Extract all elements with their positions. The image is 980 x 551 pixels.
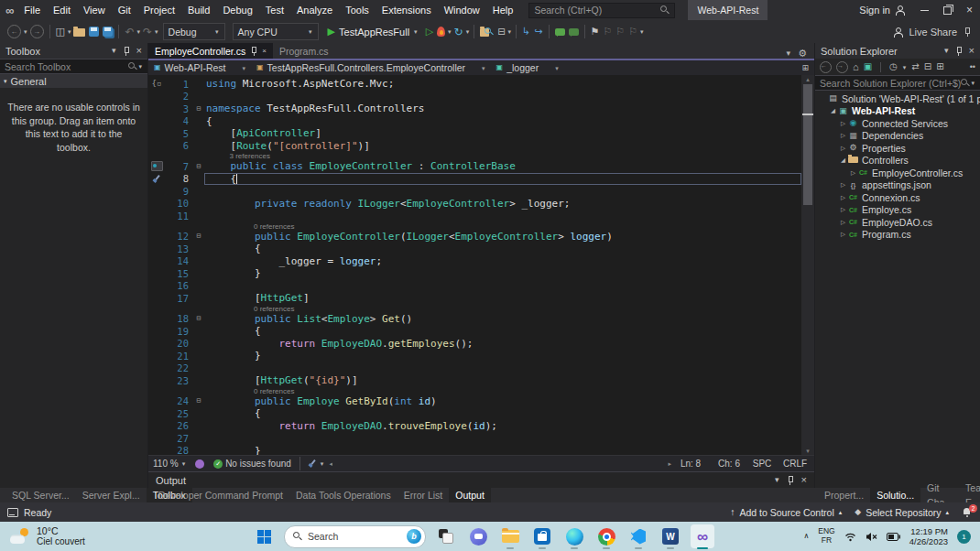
code-line-23[interactable]: 23 [HttpGet("{id}")] — [148, 374, 801, 387]
fold-indicator[interactable]: ⊟ — [193, 232, 204, 240]
save-icon[interactable] — [89, 27, 99, 37]
start-button[interactable] — [252, 524, 276, 548]
code-line-16[interactable]: 16 — [148, 280, 801, 293]
wifi-icon[interactable] — [844, 532, 856, 542]
live-unit-caret-icon[interactable]: ▾ — [508, 28, 512, 35]
new-project-icon[interactable]: ◫ — [56, 27, 65, 37]
back-icon[interactable]: ← — [820, 61, 832, 73]
window-position-caret-icon[interactable]: ▾ — [944, 47, 949, 55]
minimize-button[interactable] — [920, 10, 929, 11]
save-all-icon[interactable] — [103, 27, 113, 37]
code-line-15[interactable]: 15 } — [148, 267, 801, 280]
code-line-4[interactable]: 4{ — [148, 115, 801, 128]
hot-reload-caret-icon[interactable]: ▾ — [448, 28, 452, 35]
tree-item-dependencies[interactable]: ▷▦Dependencies — [815, 130, 980, 143]
open-folder-icon[interactable] — [73, 27, 85, 37]
redo-caret-icon[interactable]: ▾ — [155, 28, 158, 35]
sync-with-active-document-icon[interactable]: ▣ — [864, 62, 872, 71]
clear-bookmarks-icon[interactable]: ⚐ — [628, 27, 637, 37]
feedback-icon[interactable] — [964, 27, 971, 37]
code-line-21[interactable]: 21 } — [148, 350, 801, 362]
code-line-18[interactable]: 18⊟ public List<Employe> Get() — [148, 313, 801, 326]
issues-indicator[interactable]: ✓ No issues found — [209, 459, 296, 469]
window-position-caret-icon[interactable]: ▾ — [775, 476, 779, 484]
tree-item-web-api-rest[interactable]: ◢▣Web-API-Rest — [815, 105, 980, 118]
visual-studio-button[interactable]: ∞ — [691, 524, 714, 548]
close-button[interactable]: × — [966, 5, 973, 16]
restart-caret-icon[interactable]: ▾ — [466, 28, 470, 35]
tree-collapse-arrow-icon[interactable]: ▷ — [839, 133, 847, 139]
switch-views-icon[interactable]: ⇄ — [911, 62, 919, 71]
weather-widget[interactable]: 10°C Ciel couvert — [0, 525, 192, 547]
volume-muted-icon[interactable] — [866, 532, 877, 542]
code-line-24[interactable]: 24⊟ public Employe GetById(int id) — [148, 395, 801, 408]
platform-dropdown[interactable]: Any CPU ▾ — [233, 23, 319, 40]
tool-tab-error-list[interactable]: Error List — [397, 488, 450, 502]
menu-tools[interactable]: Tools — [339, 0, 376, 20]
previous-bookmark-icon[interactable]: ⚐ — [603, 27, 612, 37]
sign-in-button[interactable]: Sign in — [859, 5, 904, 16]
vertical-scrollbar[interactable]: ▴ ▾ — [801, 75, 814, 455]
find-in-files-icon[interactable] — [480, 27, 494, 37]
codelens-references[interactable]: 0 references — [148, 222, 801, 231]
pin-icon[interactable] — [787, 476, 794, 485]
menu-git[interactable]: Git — [112, 0, 137, 20]
bookmark-icon[interactable]: ⚑ — [591, 27, 600, 37]
spaces-indicator[interactable]: SPC — [748, 459, 776, 469]
code-line-11[interactable]: 11 — [148, 210, 801, 222]
code-editor[interactable]: {▫1using Microsoft.AspNetCore.Mvc;23⊟nam… — [148, 75, 814, 455]
restore-button[interactable] — [943, 6, 952, 15]
select-repository-button[interactable]: ◆ Select Repository ▴ — [855, 507, 949, 518]
tree-collapse-arrow-icon[interactable]: ▷ — [839, 182, 847, 189]
tab-program-cs[interactable]: Program.cs — [273, 43, 335, 59]
tool-tab-propert[interactable]: Propert... — [818, 488, 870, 502]
chevron-down-icon[interactable]: ▾ — [903, 64, 907, 70]
hot-reload-icon[interactable] — [437, 27, 445, 37]
collapse-all-icon[interactable]: ⊟ — [924, 62, 931, 71]
code-line-20[interactable]: 20 return EmployeDAO.getEmployes(); — [148, 338, 801, 351]
notification-center-badge[interactable]: 1 — [957, 530, 971, 544]
fold-indicator[interactable]: ⊟ — [193, 315, 204, 322]
teams-chat-button[interactable] — [466, 524, 490, 548]
close-icon[interactable]: × — [969, 46, 975, 56]
horizontal-scrollbar[interactable] — [332, 456, 669, 471]
fold-indicator[interactable]: ⊟ — [193, 163, 204, 170]
split-window-icon[interactable]: ⊞ — [801, 64, 809, 72]
code-line-26[interactable]: 26 return EmployeDAO.trouveEmploye(id); — [148, 420, 801, 433]
tool-tab-solutio[interactable]: Solutio... — [870, 488, 920, 502]
close-icon[interactable]: × — [136, 46, 142, 56]
column-indicator[interactable]: Ch: 6 — [710, 459, 748, 469]
live-share-button[interactable]: Live Share — [909, 27, 957, 38]
code-line-3[interactable]: 3⊟namespace TestAppResFull.Controllers — [148, 103, 801, 115]
tree-item-program-cs[interactable]: ▷C#Program.cs — [815, 229, 980, 242]
battery-icon[interactable] — [887, 533, 900, 541]
code-line-22[interactable]: 22 — [148, 362, 801, 375]
chrome-button[interactable] — [594, 524, 618, 548]
tool-tab-output[interactable]: Output — [449, 488, 491, 502]
tab-employecontroller-cs[interactable]: EmployeController.cs× — [148, 43, 273, 59]
toolbox-search-input[interactable]: Search Toolbox ▾ — [0, 59, 147, 74]
pending-changes-filter-icon[interactable]: ◷ — [889, 62, 898, 71]
tree-item-properties[interactable]: ▷⚙Properties — [815, 142, 980, 155]
code-line-10[interactable]: 10 private readonly ILogger<EmployeContr… — [148, 198, 801, 211]
tree-collapse-arrow-icon[interactable]: ▷ — [839, 121, 847, 127]
tree-collapse-arrow-icon[interactable]: ▷ — [839, 207, 847, 213]
comment-icon[interactable] — [555, 28, 565, 36]
start-debugging-button[interactable]: ▶ TestAppResFull ▾ — [328, 27, 419, 38]
close-icon[interactable]: × — [262, 48, 267, 55]
zoom-dropdown[interactable]: 110 % ▾ — [148, 459, 191, 469]
task-view-button[interactable] — [434, 524, 458, 548]
file-explorer-button[interactable] — [498, 524, 522, 548]
menu-extensions[interactable]: Extensions — [376, 0, 438, 20]
tool-tab-developer-command-prompt[interactable]: Developer Command Prompt — [152, 488, 289, 502]
menu-debug[interactable]: Debug — [216, 0, 258, 20]
navigate-forward-icon[interactable]: → — [30, 25, 44, 38]
code-line-27[interactable]: 27 — [148, 432, 801, 445]
tree-collapse-arrow-icon[interactable]: ▷ — [849, 170, 857, 177]
scrollbar-thumb[interactable] — [803, 84, 812, 205]
pin-icon[interactable] — [123, 47, 130, 56]
code-line-5[interactable]: 5 [ApiController] — [148, 127, 801, 140]
codelens-references[interactable]: 0 references — [148, 387, 801, 395]
scroll-down-icon[interactable]: ▾ — [801, 448, 814, 454]
fold-indicator[interactable]: ⊟ — [193, 105, 204, 113]
